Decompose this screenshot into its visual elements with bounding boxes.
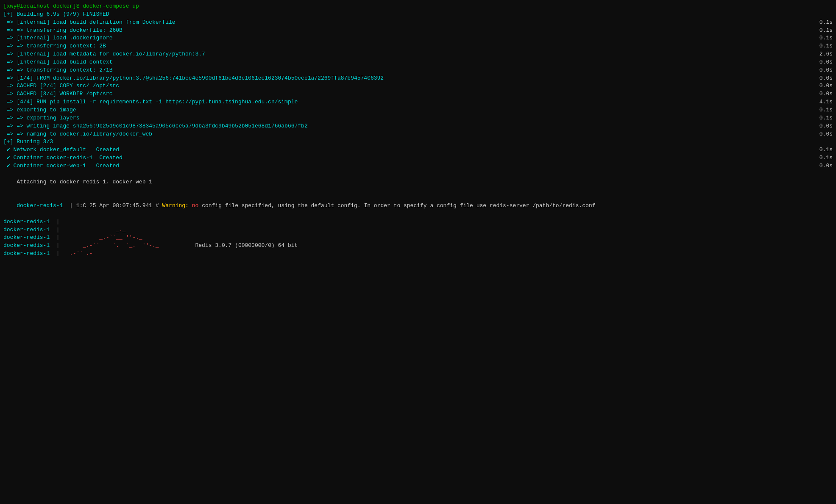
line-network: ✔ Network docker_default Created 0.1s xyxy=(3,146,833,154)
line-6: => [internal] load build context 0.0s xyxy=(3,58,833,66)
line-attaching: Attaching to docker-redis-1, docker-web-… xyxy=(3,170,833,194)
redis-logo-4: docker-redis-1 | _.-`` `. `_. ''-._ Redi… xyxy=(3,242,833,250)
prompt-text: [xwy@localhost docker]$ docker-compose u… xyxy=(3,3,139,9)
line-13: => => exporting layers 0.1s xyxy=(3,114,833,122)
line-5: => [internal] load metadata for docker.i… xyxy=(3,50,833,58)
line-7: => => transferring context: 271B 0.0s xyxy=(3,66,833,75)
line-14: => => writing image sha256:9b25d9c01c987… xyxy=(3,122,833,130)
terminal-window: [xwy@localhost docker]$ docker-compose u… xyxy=(3,3,833,258)
line-15: => => naming to docker.io/library/docker… xyxy=(3,130,833,138)
line-2: => => transferring dockerfile: 260B 0.1s xyxy=(3,27,833,35)
redis-logo-3: docker-redis-1 | _.-``__ ''-._ xyxy=(3,234,833,242)
redis-logo-2: docker-redis-1 | _._ xyxy=(3,226,833,234)
line-running: [+] Running 3/3 xyxy=(3,138,833,146)
line-11: => [4/4] RUN pip install -r requirements… xyxy=(3,98,833,106)
line-12: => exporting to image 0.1s xyxy=(3,106,833,114)
line-redis-warning: docker-redis-1 | 1:C 25 Apr 08:07:45.941… xyxy=(3,194,833,218)
redis-logo-1: docker-redis-1 | xyxy=(3,218,833,226)
line-redis-container: ✔ Container docker-redis-1 Created 0.1s xyxy=(3,154,833,162)
line-1: => [internal] load build definition from… xyxy=(3,19,833,27)
line-web-container: ✔ Container docker-web-1 Created 0.0s xyxy=(3,162,833,170)
line-building: [+] Building 6.9s (9/9) FINISHED xyxy=(3,11,833,19)
line-9: => CACHED [2/4] COPY src/ /opt/src 0.0s xyxy=(3,82,833,90)
line-prompt: [xwy@localhost docker]$ docker-compose u… xyxy=(3,3,833,11)
line-3: => [internal] load .dockerignore 0.1s xyxy=(3,34,833,42)
line-10: => CACHED [3/4] WORKDIR /opt/src 0.0s xyxy=(3,90,833,98)
redis-logo-5: docker-redis-1 | .-`` .- xyxy=(3,250,833,258)
line-4: => => transferring context: 2B 0.1s xyxy=(3,42,833,50)
line-8: => [1/4] FROM docker.io/library/python:3… xyxy=(3,75,833,83)
